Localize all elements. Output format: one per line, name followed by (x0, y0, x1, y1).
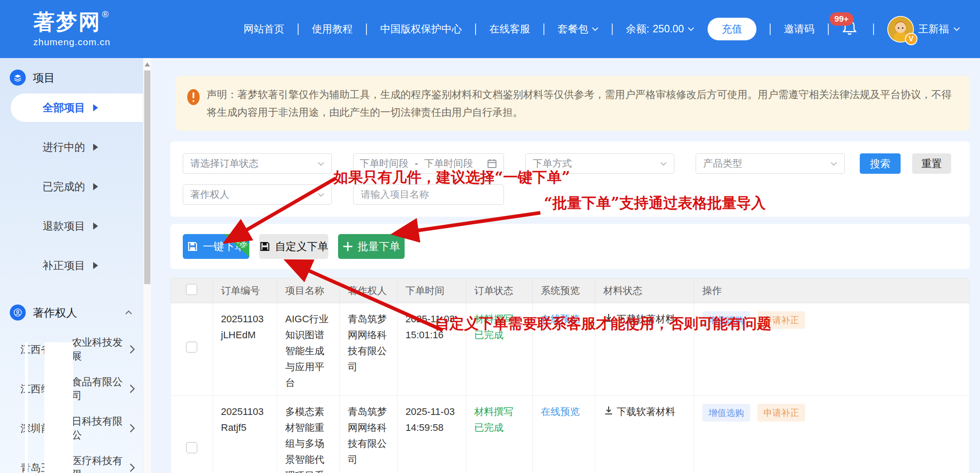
order-time-cell: 2025-11-03 15:01:16 (398, 303, 466, 396)
main-content: 声明：著梦软著引擎仅作为辅助工具，生成的程序鉴别材料和文档鉴别材料等仅供参考，需… (151, 58, 980, 473)
nav-home[interactable]: 网站首页 (244, 22, 284, 36)
nav-package-menu[interactable]: 套餐包 (558, 22, 598, 36)
col-order-no: 订单编号 (213, 278, 277, 303)
nav-divider (828, 23, 829, 35)
chevron-right-icon (130, 463, 135, 472)
col-operations: 操作 (694, 278, 970, 303)
caret-right-icon (93, 144, 98, 151)
operations-cell: 增值选购 申请补正 (694, 303, 970, 396)
chevron-down-icon (318, 162, 324, 166)
sidebar-section-projects: 项目 (0, 68, 151, 87)
site-logo[interactable]: 著梦网 ® zhumeng.com.cn (33, 12, 110, 47)
nav-copyright-center[interactable]: 中国版权保护中心 (380, 22, 462, 36)
select-all-checkbox[interactable] (186, 284, 197, 295)
redaction-block (44, 342, 73, 473)
balance-value: 250.00 (653, 23, 684, 35)
sidebar-owner-item[interactable]: 深圳前 日科技有限公 (0, 416, 151, 441)
plus-icon (342, 241, 353, 252)
col-material-status: 材料状态 (595, 278, 694, 303)
batch-order-button[interactable]: 批量下单 (338, 234, 405, 259)
online-preview-link[interactable]: 在线预览 (541, 406, 580, 417)
download-material-link[interactable]: 下载软著材料 (603, 404, 686, 420)
online-preview-link[interactable]: 在线预览 (541, 313, 580, 324)
row-checkbox[interactable] (186, 442, 197, 453)
disclaimer-text: 声明：著梦软著引擎仅作为辅助工具，生成的程序鉴别材料和文档鉴别材料等仅供参考，需… (207, 86, 952, 121)
apply-correction-button[interactable]: 申请补正 (757, 311, 805, 329)
nav-divider (612, 23, 613, 35)
download-material-link[interactable]: 下载软著材料 (603, 311, 686, 327)
value-added-button[interactable]: 增值选购 (702, 404, 750, 422)
sidebar-owner-item[interactable]: 江西维 食品有限公司 (0, 376, 151, 401)
user-menu[interactable]: V 王新福 (887, 16, 960, 43)
caret-right-icon (93, 262, 98, 269)
project-name-input[interactable]: 请输入项目名称 (353, 184, 504, 205)
sidebar-item-in-progress[interactable]: 进行中的 (0, 133, 151, 161)
sidebar-owner-item[interactable]: 江西省 农业科技发展 (0, 337, 151, 362)
chevron-down-icon (953, 27, 960, 31)
order-status-cell: 材料撰写 已完成 (466, 303, 533, 396)
scrollbar-thumb[interactable] (144, 70, 150, 284)
top-header: 著梦网 ® zhumeng.com.cn 网站首页 使用教程 中国版权保护中心 … (0, 0, 980, 58)
row-checkbox[interactable] (186, 341, 197, 353)
material-status-cell: 下载软著材料 (595, 396, 694, 473)
caret-right-icon (93, 104, 98, 111)
sidebar-scrollbar[interactable] (143, 58, 151, 473)
balance-label: 余额: (626, 22, 649, 36)
balance-menu[interactable]: 余额: 250.00 (626, 22, 694, 36)
sidebar-item-all-projects[interactable]: 全部项目 (11, 94, 143, 122)
table-row: 20251103 jLHEdM AIGC行业知识图谱智能生成与应用平台 青岛筑梦… (171, 303, 970, 396)
save-icon (259, 241, 271, 252)
apply-correction-button[interactable]: 申请补正 (757, 404, 805, 422)
order-date-range-picker[interactable]: 下单时间段 - 下单时间段 (353, 153, 504, 174)
nav-tutorial[interactable]: 使用教程 (312, 22, 353, 36)
order-status-cell: 材料撰写 已完成 (466, 396, 533, 473)
disclaimer-banner: 声明：著梦软著引擎仅作为辅助工具，生成的程序鉴别材料和文档鉴别材料等仅供参考，需… (176, 76, 970, 131)
project-name-cell: 多模态素材智能重组与多场景智能代理项目系统 (277, 396, 340, 473)
nav-divider (475, 23, 476, 35)
order-status-select[interactable]: 请选择订单状态 (183, 153, 332, 174)
order-time-cell: 2025-11-03 14:59:58 (398, 396, 466, 473)
product-type-select[interactable]: 产品类型 (696, 153, 845, 174)
warning-icon (187, 89, 200, 105)
download-icon (603, 404, 614, 417)
sidebar-item-correction[interactable]: 补正项目 (0, 251, 151, 280)
material-status-cell: 下载软著材料 (595, 303, 694, 396)
nav-divider (770, 23, 771, 35)
logo-domain: zhumeng.com.cn (33, 37, 110, 47)
search-button[interactable]: 搜索 (860, 153, 901, 174)
nav-divider (366, 23, 367, 35)
value-added-button[interactable]: 增值选购 (702, 311, 750, 329)
filter-panel: 请选择订单状态 下单时间段 - 下单时间段 下单方式 产品类型 搜索 重置 (170, 141, 970, 217)
sidebar-item-completed[interactable]: 已完成的 (0, 172, 151, 201)
order-method-select[interactable]: 下单方式 (525, 153, 674, 174)
col-owner: 著作权人 (340, 278, 398, 303)
caret-right-icon (93, 223, 98, 230)
scroll-up-arrow[interactable] (145, 63, 150, 66)
calendar-icon (487, 158, 497, 169)
col-order-status: 订单状态 (466, 278, 533, 303)
person-icon (10, 305, 26, 321)
caret-right-icon (93, 183, 98, 190)
sidebar-item-refund[interactable]: 退款项目 (0, 212, 151, 240)
recharge-button[interactable]: 充值 (708, 18, 756, 40)
reset-button[interactable]: 重置 (912, 153, 951, 174)
chevron-down-icon (830, 162, 837, 166)
sidebar-section-owners[interactable]: 著作权人 (0, 303, 151, 322)
notification-count-badge: 99+ (830, 12, 854, 26)
sidebar-owner-item[interactable]: 青岛王 医疗科技有限 (0, 455, 151, 473)
custom-order-button[interactable]: 自定义下单 (259, 234, 328, 259)
one-click-order-button[interactable]: 一键下单 推荐 (183, 234, 249, 259)
nav-online-service[interactable]: 在线客服 (489, 22, 530, 36)
notifications-button[interactable]: 99+ (842, 20, 860, 39)
table-row: 20251103 Ratjf5 多模态素材智能重组与多场景智能代理项目系统 青岛… (171, 396, 970, 473)
copyright-owner-select[interactable]: 著作权人 (183, 184, 332, 205)
invite-code-link[interactable]: 邀请码 (784, 22, 815, 36)
chevron-down-icon (688, 27, 694, 31)
col-system-preview: 系统预览 (533, 278, 595, 303)
nav-divider (543, 23, 544, 35)
save-icon (187, 241, 198, 252)
order-no-cell: 20251103 jLHEdM (213, 303, 277, 396)
table-header-row: 订单编号 项目名称 著作权人 下单时间 订单状态 系统预览 材料状态 操作 (171, 278, 970, 303)
chevron-down-icon (318, 193, 324, 197)
order-actions: 一键下单 推荐 自定义下单 批量下单 (170, 224, 970, 269)
